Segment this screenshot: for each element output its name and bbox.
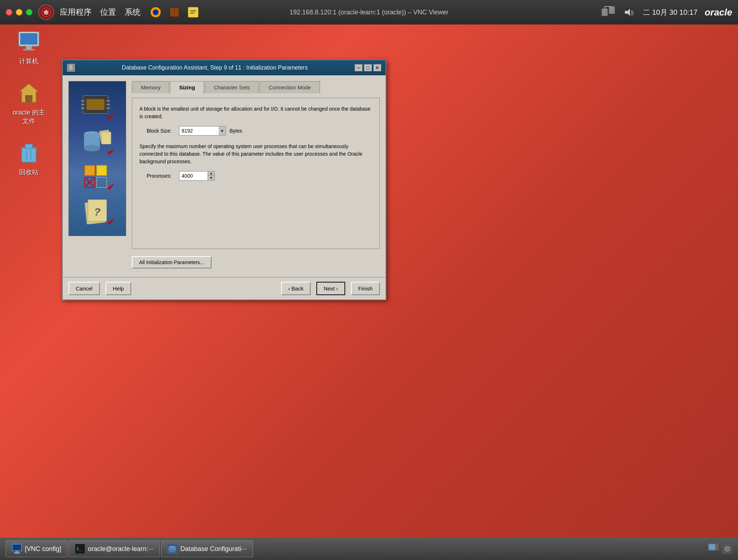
svg-point-60 xyxy=(169,550,176,552)
taskbar-vnc-label: [VNC config] xyxy=(25,545,61,553)
taskbar-terminal-label: oracle@oracle-learn:··· xyxy=(88,545,154,553)
dialog-titlebar: 🗄 Database Configuration Assistant, Step… xyxy=(63,60,386,75)
svg-rect-24 xyxy=(25,144,32,148)
wizard-step-3: ✔ xyxy=(77,160,117,192)
next-arrow-icon: › xyxy=(336,285,338,292)
all-params-button[interactable]: All Initialization Parameters... xyxy=(132,256,212,268)
computer-icon-img xyxy=(16,29,42,55)
processes-decrement[interactable]: ▼ xyxy=(208,176,214,180)
taskbar-bottom: [VNC config] $_ oracle@oracle-learn:··· … xyxy=(0,538,738,560)
svg-rect-53 xyxy=(15,551,18,552)
svg-text:🗄: 🗄 xyxy=(69,65,73,70)
svg-rect-54 xyxy=(14,552,20,554)
dialog-icon: 🗄 xyxy=(67,64,75,72)
home-icon-img xyxy=(16,80,42,106)
window-title: 192.168.8.120:1 (oracle-learn:1 (oracle)… xyxy=(0,0,738,25)
taskbar-monitor-icon xyxy=(708,543,719,555)
block-size-description: A block is the smallest unit of storage … xyxy=(139,105,372,120)
next-button[interactable]: Next › xyxy=(316,282,345,295)
dbca-icon xyxy=(167,544,177,554)
computer-label: 计算机 xyxy=(19,57,39,66)
oracle-files-icon[interactable]: oracle 的主文件 xyxy=(11,80,47,125)
taskbar-item-dbca[interactable]: Database Configurati··· xyxy=(161,541,253,557)
all-params-section: All Initialization Parameters... xyxy=(132,253,380,271)
wizard-step-4: ? ✔ xyxy=(77,195,117,227)
step3-check: ✔ xyxy=(107,182,117,192)
back-button[interactable]: ‹ Back xyxy=(281,282,311,295)
svg-text:?: ? xyxy=(94,206,101,218)
dialog-body: ✔ ✔ xyxy=(63,75,386,277)
step2-check: ✔ xyxy=(107,147,117,157)
vnc-icon xyxy=(12,544,22,554)
block-size-select[interactable]: 8192 4096 16384 32768 xyxy=(179,126,219,135)
taskbar-settings-icon xyxy=(722,544,732,554)
computer-icon[interactable]: 计算机 xyxy=(11,29,47,66)
svg-point-66 xyxy=(726,548,728,550)
taskbar-item-terminal[interactable]: $_ oracle@oracle-learn:··· xyxy=(69,541,160,557)
taskbar-top: 命 应用程序 位置 系统 192.168.8.120:1 (oracle-lea… xyxy=(0,0,738,25)
processes-input[interactable] xyxy=(179,171,208,181)
taskbar-right xyxy=(708,543,732,555)
wizard-step-1: ✔ xyxy=(77,90,117,123)
finish-button[interactable]: Finish xyxy=(351,282,380,295)
svg-rect-18 xyxy=(26,46,32,49)
restore-btn[interactable]: □ xyxy=(364,64,372,71)
oracle-files-label: oracle 的主文件 xyxy=(11,108,47,125)
svg-rect-47 xyxy=(97,177,107,187)
svg-rect-17 xyxy=(20,33,37,45)
desktop-icons: 计算机 oracle 的主文件 回收站 xyxy=(11,29,47,177)
cancel-button[interactable]: Cancel xyxy=(68,282,100,295)
close-btn[interactable]: ✕ xyxy=(373,64,381,71)
dialog-window: 🗄 Database Configuration Assistant, Step… xyxy=(62,59,386,300)
right-panel: Memory Sizing Character Sets Connection … xyxy=(132,81,380,271)
tabs: Memory Sizing Character Sets Connection … xyxy=(132,81,380,93)
step4-check: ✔ xyxy=(107,217,117,227)
taskbar-item-vnc[interactable]: [VNC config] xyxy=(6,541,67,557)
processes-increment[interactable]: ▲ xyxy=(208,172,214,176)
svg-rect-22 xyxy=(22,148,36,162)
svg-text:$_: $_ xyxy=(76,546,82,551)
processes-description: Specify the maximum number of operating … xyxy=(139,143,372,165)
help-button[interactable]: Help xyxy=(106,282,131,295)
tab-memory[interactable]: Memory xyxy=(132,81,169,93)
tab-connection-mode[interactable]: Connection Mode xyxy=(259,81,320,93)
spinner-controls: ▲ ▼ xyxy=(208,171,215,181)
svg-rect-62 xyxy=(709,545,715,549)
svg-rect-42 xyxy=(85,165,95,175)
step1-check: ✔ xyxy=(107,112,117,123)
tab-content-sizing: A block is the smallest unit of storage … xyxy=(132,98,380,249)
wizard-panel: ✔ ✔ xyxy=(68,81,126,236)
back-arrow-icon: ‹ xyxy=(288,285,290,292)
processes-label: Processes: xyxy=(147,173,175,179)
svg-rect-41 xyxy=(102,132,111,144)
dialog-bottom-bar: Cancel Help ‹ Back Next › Finish xyxy=(63,277,386,299)
window-controls: ─ □ ✕ xyxy=(355,64,381,71)
svg-rect-52 xyxy=(13,545,21,550)
svg-rect-19 xyxy=(23,49,35,50)
svg-rect-43 xyxy=(97,165,107,175)
tab-sizing[interactable]: Sizing xyxy=(170,81,204,94)
trash-icon-img xyxy=(16,140,42,166)
trash-label: 回收站 xyxy=(19,168,39,177)
dialog-title: Database Configuration Assistant, Step 9… xyxy=(78,65,352,71)
svg-rect-63 xyxy=(716,544,719,550)
back-label: Back xyxy=(292,285,303,292)
trash-icon[interactable]: 回收站 xyxy=(11,140,47,177)
svg-rect-30 xyxy=(86,99,105,110)
taskbar-dbca-label: Database Configurati··· xyxy=(180,545,246,553)
wizard-step-2: ✔ xyxy=(77,125,117,157)
terminal-icon: $_ xyxy=(75,544,85,554)
svg-rect-21 xyxy=(25,95,32,102)
svg-point-39 xyxy=(84,146,100,151)
processes-row: Processes: ▲ ▼ xyxy=(147,171,372,181)
minimize-btn[interactable]: ─ xyxy=(355,64,363,71)
tab-character-sets[interactable]: Character Sets xyxy=(205,81,259,93)
bytes-label: Bytes xyxy=(230,128,242,134)
processes-spinner: ▲ ▼ xyxy=(179,171,215,181)
next-label: Next xyxy=(324,285,335,292)
wizard-steps: ✔ ✔ xyxy=(69,81,126,236)
block-size-select-group: 8192 4096 16384 32768 ▼ xyxy=(179,126,226,135)
block-size-dropdown-arrow[interactable]: ▼ xyxy=(219,126,226,135)
block-size-row: Block Size: 8192 4096 16384 32768 ▼ Byte… xyxy=(147,126,372,135)
block-size-label: Block Size: xyxy=(147,128,175,134)
